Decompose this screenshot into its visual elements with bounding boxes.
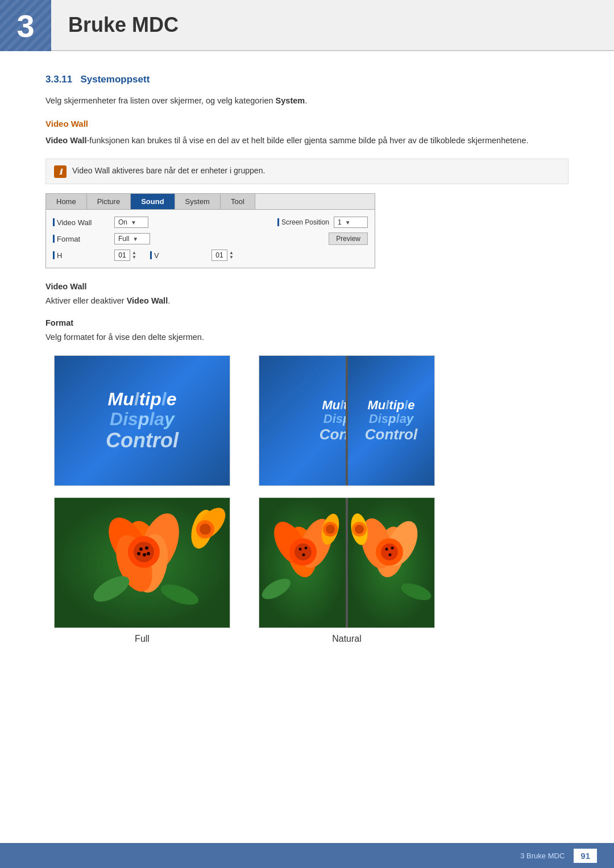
svg-point-9 xyxy=(145,546,148,550)
format-select[interactable]: Full ▼ xyxy=(114,233,150,244)
svg-point-38 xyxy=(385,547,388,550)
natural-flower-container xyxy=(259,498,434,628)
section-title: Systemoppsett xyxy=(80,74,150,85)
format-value: Full xyxy=(118,235,129,243)
vw-item-heading: Video Wall xyxy=(45,282,569,291)
page-header: 3 Bruke MDC xyxy=(0,0,614,51)
v-label: V xyxy=(150,251,207,260)
vw-item-bold: Video Wall xyxy=(127,296,168,305)
full-label: Full xyxy=(135,634,150,644)
intro-bold: System xyxy=(276,96,305,105)
format-item-heading: Format xyxy=(45,318,569,327)
mdc-text-multiple-1: Multiple xyxy=(108,389,177,409)
natural-flower-image xyxy=(259,497,435,628)
section-number: 3.3.11 xyxy=(45,74,72,85)
mdc-text-display-3: Display xyxy=(369,412,413,426)
natural-mdc-image: Multiple Display Control Multiple Displa… xyxy=(259,355,435,486)
select-arrow-3: ▼ xyxy=(132,236,138,242)
chapter-number: 3 xyxy=(16,7,34,44)
select-arrow: ▼ xyxy=(131,219,136,226)
h-value: 01 xyxy=(114,250,130,261)
svg-point-24 xyxy=(294,543,312,560)
mdc-text-multiple-2: Multiple xyxy=(322,398,346,412)
svg-point-8 xyxy=(139,547,143,551)
section-heading: 3.3.11 Systemoppsett xyxy=(45,74,569,85)
mdc-text-control-3: Control xyxy=(365,426,417,443)
svg-point-11 xyxy=(137,552,140,555)
video-wall-bold: Video Wall xyxy=(45,136,87,145)
label-bar-4 xyxy=(53,251,55,259)
select-arrow-2: ▼ xyxy=(345,219,351,226)
video-wall-value: On xyxy=(118,218,127,226)
note-text: Video Wall aktiveres bare når det er enh… xyxy=(72,165,265,177)
flower-left xyxy=(259,498,346,628)
page-footer: 3 Bruke MDC 91 xyxy=(0,843,614,868)
mdc-text-multiple-3: Multiple xyxy=(367,398,414,412)
format-full-flower: Full xyxy=(45,497,239,644)
screen-pos-value: 1 xyxy=(338,218,342,226)
svg-point-26 xyxy=(305,546,308,549)
mdc-text-control-1: Control xyxy=(106,429,179,452)
screen-pos-label: Screen Position xyxy=(277,218,329,226)
mdc-text-display-2: Display xyxy=(323,412,346,426)
label-bar-3 xyxy=(53,235,55,243)
video-wall-row: Video Wall On ▼ Screen Position 1 ▼ xyxy=(53,214,368,230)
video-wall-description: Video Wall-funksjonen kan brukes til å v… xyxy=(45,134,569,147)
svg-point-31 xyxy=(326,525,335,534)
svg-point-40 xyxy=(389,553,392,556)
chapter-number-box: 3 xyxy=(0,0,51,51)
svg-point-10 xyxy=(143,553,146,556)
format-images-grid: Multiple Display Control Multiple Displa… xyxy=(45,355,443,644)
v-value: 01 xyxy=(211,250,227,261)
intro-paragraph: Velg skjermenheter fra listen over skjer… xyxy=(45,94,569,107)
tab-sound[interactable]: Sound xyxy=(131,194,175,209)
intro-text: Velg skjermenheter fra listen over skjer… xyxy=(45,96,273,105)
screen-pos-select[interactable]: 1 ▼ xyxy=(334,217,368,228)
svg-point-37 xyxy=(381,543,398,560)
flower-svg-full xyxy=(55,498,230,628)
natural-mdc-container: Multiple Display Control Multiple Displa… xyxy=(259,356,434,485)
mdc-text-display-1: Display xyxy=(110,409,175,429)
tab-system[interactable]: System xyxy=(175,194,221,209)
svg-point-27 xyxy=(302,553,305,556)
flower-svg-left xyxy=(259,498,346,628)
tab-tool[interactable]: Tool xyxy=(221,194,255,209)
format-full-mdc: Multiple Display Control xyxy=(45,355,239,486)
format-natural-mdc: Multiple Display Control Multiple Displa… xyxy=(250,355,443,486)
video-wall-select[interactable]: On ▼ xyxy=(114,217,148,228)
note-box: ℹ Video Wall aktiveres bare når det er e… xyxy=(45,159,569,184)
mdc-logo-natural-left: Multiple Display Control xyxy=(259,356,346,485)
tab-home[interactable]: Home xyxy=(46,194,87,209)
svg-point-25 xyxy=(299,547,302,550)
mdc-logo-natural-right: Multiple Display Control xyxy=(348,356,434,485)
v-spinner-arrows[interactable]: ▲▼ xyxy=(229,251,234,260)
svg-point-12 xyxy=(147,552,150,555)
svg-point-7 xyxy=(134,542,154,562)
video-wall-text: -funksjonen kan brukes til å vise en del… xyxy=(87,136,529,145)
tab-picture[interactable]: Picture xyxy=(87,194,131,209)
format-item-desc: Velg formatet for å vise den delte skjer… xyxy=(45,331,569,344)
h-spinner-arrows[interactable]: ▲▼ xyxy=(132,251,136,260)
natural-half-right: Multiple Display Control xyxy=(348,356,434,485)
natural-half-left: Multiple Display Control xyxy=(259,356,346,485)
label-bar-2 xyxy=(277,218,279,226)
full-flower-image xyxy=(54,497,230,628)
header-title-area: Bruke MDC xyxy=(51,0,614,51)
h-label-text: H xyxy=(57,251,62,260)
label-bar-5 xyxy=(150,251,152,259)
preview-section: Preview xyxy=(329,232,368,245)
format-row-label: Format xyxy=(53,235,110,243)
video-wall-row-label: Video Wall xyxy=(53,218,110,227)
video-wall-label-text: Video Wall xyxy=(57,218,92,227)
ui-tabs: Home Picture Sound System Tool xyxy=(46,194,375,210)
video-wall-subheading: Video Wall xyxy=(45,119,569,128)
panel-body: Video Wall On ▼ Screen Position 1 ▼ xyxy=(46,210,375,268)
flower-right xyxy=(348,498,434,628)
screen-position-section: Screen Position 1 ▼ xyxy=(277,217,368,228)
hv-row: H 01 ▲▼ V 01 ▲▼ xyxy=(53,247,368,263)
svg-point-44 xyxy=(355,525,364,534)
v-spinner: 01 ▲▼ xyxy=(211,250,234,261)
main-content: 3.3.11 Systemoppsett Velg skjermenheter … xyxy=(0,74,614,644)
svg-point-18 xyxy=(200,524,211,535)
preview-button[interactable]: Preview xyxy=(329,232,368,245)
